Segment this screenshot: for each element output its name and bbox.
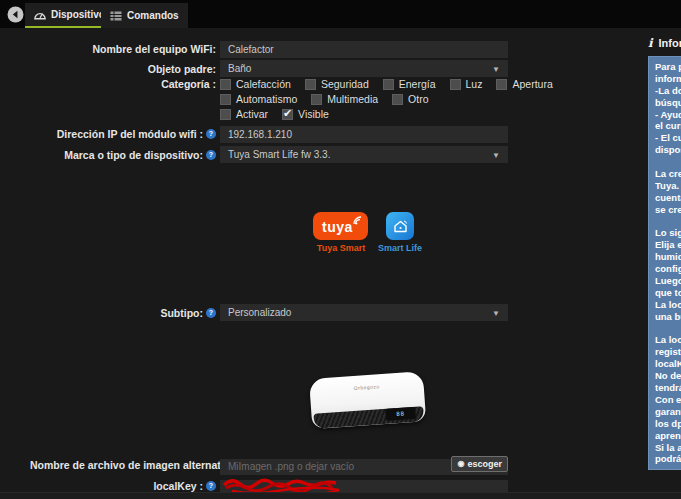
checkbox-luz[interactable]: Luz: [450, 78, 483, 90]
tuya-smart-caption: Tuya Smart: [305, 243, 377, 253]
tab-bar: Dispositivo Comandos: [0, 0, 681, 28]
brand-label: Marca o tipo de dispositivo:?: [30, 149, 216, 161]
checkbox-energia[interactable]: Energía: [383, 78, 436, 90]
checkbox-box[interactable]: [311, 94, 322, 105]
row-ip: Dirección IP del módulo wifi :?: [30, 124, 512, 143]
brand-select[interactable]: Tuya Smart Life fw 3.3.: [220, 146, 508, 163]
row-alt-image: Nombre de archivo de imagen alternativo:…: [30, 456, 512, 475]
checkbox-automatismo[interactable]: Automatismo: [220, 93, 297, 105]
row-category-2: Automatismo Multimedia Otro: [30, 93, 512, 105]
checkbox-label: Automatismo: [236, 93, 297, 105]
row-wifi-name: Nombre del equipo WiFi:: [30, 39, 512, 58]
checkbox-label: Seguridad: [321, 78, 369, 90]
device-config-page: Dispositivo Comandos Nombre del equipo W…: [0, 0, 681, 499]
info-line: [655, 323, 681, 335]
row-brand: Marca o tipo de dispositivo:? Tuya Smart…: [30, 146, 512, 163]
checkbox-apertura[interactable]: Apertura: [496, 78, 552, 90]
help-icon[interactable]: ?: [206, 129, 216, 139]
info-line: No deb: [655, 370, 681, 382]
info-line: búsque: [655, 97, 681, 109]
checkbox-label: Apertura: [512, 78, 552, 90]
checkbox-label: Visible: [298, 108, 329, 120]
subtype-label: Subtipo:?: [30, 307, 216, 319]
checkbox-box[interactable]: [496, 79, 507, 90]
checkbox-box[interactable]: [305, 79, 316, 90]
checkbox-activar[interactable]: Activar: [220, 108, 268, 120]
row-flags: Activar Visible: [30, 108, 512, 120]
checkbox-label: Multimedia: [327, 93, 378, 105]
help-icon[interactable]: ?: [206, 308, 216, 318]
localkey-label: localKey :?: [30, 480, 216, 492]
info-line: Si la ap: [655, 442, 681, 454]
smart-life-logo: [386, 212, 414, 240]
info-line: podrá a: [655, 453, 681, 465]
heater-brand-text: Orbegozo: [310, 380, 424, 394]
info-line: [655, 156, 681, 168]
info-line: informa: [655, 73, 681, 85]
checkbox-box[interactable]: [450, 79, 461, 90]
info-line: se crea: [655, 204, 681, 216]
info-panel: Para peinforma-La docbúsque- Ayudael cur…: [648, 56, 681, 470]
checkbox-label: Luz: [466, 78, 483, 90]
checkbox-box[interactable]: [220, 109, 231, 120]
checkbox-box[interactable]: [383, 79, 394, 90]
checkbox-box[interactable]: [220, 79, 231, 90]
parent-object-label: Objeto padre:: [30, 63, 216, 75]
info-line: -La doc: [655, 85, 681, 97]
info-line: Elija es: [655, 239, 681, 251]
tab-label: Dispositivo: [51, 9, 105, 20]
checkbox-box[interactable]: [282, 109, 293, 120]
info-line: La loca: [655, 299, 681, 311]
checkbox-label: Otro: [408, 93, 428, 105]
checkbox-box[interactable]: [220, 94, 231, 105]
info-line: humidi: [655, 251, 681, 263]
info-line: configu: [655, 263, 681, 275]
row-category-1: Categoría : Calefacción Seguridad Energí…: [30, 78, 512, 90]
wifi-name-input[interactable]: [220, 41, 508, 58]
info-line: cuenta: [655, 192, 681, 204]
gauge-icon: [34, 9, 46, 20]
parent-object-select[interactable]: Baño: [220, 60, 508, 77]
tab-label: Comandos: [127, 10, 179, 21]
smart-life-caption: Smart Life: [372, 243, 428, 253]
info-line: que tod: [655, 287, 681, 299]
info-icon: i: [648, 36, 653, 50]
ip-input[interactable]: [220, 126, 508, 143]
info-line: garanti: [655, 406, 681, 418]
help-icon[interactable]: ?: [206, 150, 216, 160]
info-line: Con es: [655, 394, 681, 406]
wifi-signal-icon: [353, 216, 363, 225]
tuya-logo-word: tuya: [322, 219, 353, 235]
checkbox-calefaccion[interactable]: Calefacción: [220, 78, 291, 90]
back-button[interactable]: [7, 6, 24, 23]
help-icon[interactable]: ?: [206, 481, 216, 491]
checkbox-multimedia[interactable]: Multimedia: [311, 93, 378, 105]
checkbox-otro[interactable]: Otro: [392, 93, 428, 105]
checkbox-seguridad[interactable]: Seguridad: [305, 78, 369, 90]
row-subtype: Subtipo:? Personalizado ▼: [30, 304, 512, 321]
info-line: [655, 216, 681, 228]
info-line: el curs: [655, 120, 681, 132]
info-line: aprend: [655, 430, 681, 442]
info-line: dispos: [655, 144, 681, 156]
escoger-button-label: escoger: [467, 459, 502, 469]
info-line: La loca: [655, 334, 681, 346]
device-image: Orbegozo 88: [299, 366, 440, 445]
checkbox-box[interactable]: [392, 94, 403, 105]
info-line: los dps: [655, 418, 681, 430]
info-line: - Ayuda: [655, 109, 681, 121]
info-line: Luego,: [655, 275, 681, 287]
info-line: una bú: [655, 311, 681, 323]
dot-circle-icon: ◉: [457, 460, 464, 468]
info-panel-title: i Información: [648, 36, 681, 50]
heater-body: Orbegozo 88: [309, 371, 426, 429]
tuya-smart-logo: tuya: [313, 212, 368, 240]
info-line: La crea: [655, 168, 681, 180]
checkbox-visible[interactable]: Visible: [282, 108, 329, 120]
subtype-select[interactable]: Personalizado: [220, 304, 508, 321]
row-parent-object: Objeto padre: Baño ▼: [30, 60, 512, 77]
category-label: Categoría :: [30, 78, 216, 90]
escoger-button[interactable]: ◉ escoger: [451, 456, 508, 472]
tab-comandos[interactable]: Comandos: [101, 3, 188, 28]
info-line: Para pe: [655, 61, 681, 73]
